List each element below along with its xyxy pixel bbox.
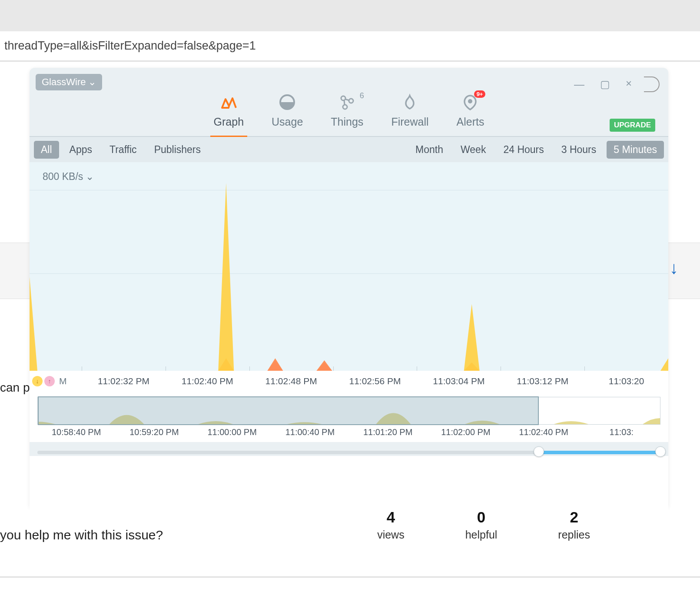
app-title-text: GlassWire [42, 76, 86, 88]
filter-publishers[interactable]: Publishers [147, 141, 208, 159]
glasswire-window: GlassWire ⌄ — ▢ × Graph Usage [30, 68, 668, 507]
filter-ranges: Month Week 24 Hours 3 Hours 5 Minutes [408, 141, 664, 159]
app-title-dropdown[interactable]: GlassWire ⌄ [36, 74, 102, 90]
filter-apps[interactable]: Apps [63, 141, 99, 159]
svg-point-6 [468, 99, 472, 103]
overview-time-ticks: 10:58:40 PM 10:59:20 PM 11:00:00 PM 11:0… [37, 427, 660, 437]
window-edge-decoration [644, 76, 660, 92]
url-text: threadType=all&isFilterExpanded=false&pa… [4, 39, 256, 53]
tab-alerts[interactable]: 9+ Alerts [457, 93, 484, 136]
mini-tick: 10:59:20 PM [115, 427, 193, 437]
range-week[interactable]: Week [454, 141, 493, 159]
maximize-button[interactable]: ▢ [600, 78, 610, 90]
stat-helpful-value: 0 [465, 509, 498, 526]
time-tick: 11:02:48 PM [249, 371, 333, 392]
tab-things-label: Things [331, 116, 363, 128]
mini-tick: 10:58:40 PM [37, 427, 115, 437]
page-divider [0, 576, 700, 578]
overview-chart[interactable] [37, 397, 660, 425]
svg-point-2 [349, 99, 353, 103]
tab-things[interactable]: 6 Things [331, 93, 363, 136]
slider-handle-end[interactable] [655, 446, 666, 457]
time-tick: 11:03:12 PM [501, 371, 584, 392]
stat-replies-label: replies [558, 529, 590, 541]
things-count-badge: 6 [360, 91, 364, 100]
post-body-fragment: you help me with this issue? [0, 528, 163, 542]
sort-arrow-down-icon[interactable]: ↓ [670, 258, 678, 278]
legend-upload-icon[interactable]: ↑ [44, 376, 55, 386]
range-24h[interactable]: 24 Hours [496, 141, 551, 159]
mini-tick: 11:03: [583, 427, 660, 437]
stat-helpful: 0 helpful [465, 509, 498, 541]
slider-handle-start[interactable] [534, 446, 544, 457]
time-tick: 11:02:40 PM [166, 371, 249, 392]
upgrade-button[interactable]: UPGRADE [610, 119, 655, 132]
filter-bar: All Apps Traffic Publishers Month Week 2… [30, 136, 668, 162]
time-tick: 11:02:56 PM [333, 371, 417, 392]
tab-firewall[interactable]: Firewall [391, 93, 428, 136]
filter-traffic[interactable]: Traffic [103, 141, 144, 159]
time-axis: ↓ ↑ M 11:02:32 PM 11:02:40 PM 11:02:48 P… [30, 371, 668, 392]
filter-all[interactable]: All [34, 141, 59, 159]
legend-mode[interactable]: M [59, 376, 67, 386]
firewall-icon [401, 93, 419, 111]
window-controls: — ▢ × [574, 74, 660, 92]
main-chart[interactable]: 800 KB/s ⌄ [30, 162, 668, 371]
svg-line-5 [344, 100, 345, 105]
stat-replies-value: 2 [558, 509, 590, 526]
range-month[interactable]: Month [408, 141, 450, 159]
browser-url-bar[interactable]: threadType=all&isFilterExpanded=false&pa… [0, 31, 700, 62]
time-ticks: 11:02:32 PM 11:02:40 PM 11:02:48 PM 11:0… [82, 371, 668, 392]
legend-download-icon[interactable]: ↓ [32, 376, 43, 386]
svg-point-3 [343, 105, 347, 109]
svg-point-1 [341, 96, 345, 100]
tab-graph-label: Graph [214, 116, 244, 128]
chart-canvas [30, 162, 668, 371]
things-icon: 6 [338, 93, 356, 111]
page-cropped-text: can p [0, 381, 30, 395]
overview-selection[interactable] [38, 396, 539, 425]
svg-line-4 [345, 99, 349, 100]
mini-tick: 11:02:00 PM [427, 427, 504, 437]
time-tick: 11:03:20 [584, 371, 668, 392]
overview-chart-area: 10:58:40 PM 10:59:20 PM 11:00:00 PM 11:0… [30, 392, 668, 442]
minimize-button[interactable]: — [574, 78, 584, 90]
slider-active-range [539, 451, 660, 454]
stat-views-value: 4 [377, 509, 405, 526]
alerts-badge: 9+ [474, 90, 486, 98]
time-tick: 11:02:32 PM [82, 371, 166, 392]
browser-toolbar-bg [0, 0, 700, 31]
stat-replies: 2 replies [558, 509, 590, 541]
mini-tick: 11:00:00 PM [193, 427, 271, 437]
range-5min[interactable]: 5 Minutes [607, 141, 664, 159]
mini-tick: 11:02:40 PM [505, 427, 583, 437]
time-slider[interactable] [37, 449, 660, 456]
stat-views: 4 views [377, 509, 405, 541]
mini-tick: 11:01:20 PM [349, 427, 427, 437]
close-button[interactable]: × [626, 77, 632, 90]
mini-tick: 11:00:40 PM [271, 427, 349, 437]
main-tabs: Graph Usage 6 Things Firewall [30, 90, 668, 136]
tab-usage[interactable]: Usage [272, 93, 303, 136]
chevron-down-icon: ⌄ [88, 76, 96, 88]
stat-helpful-label: helpful [465, 529, 498, 541]
tab-graph[interactable]: Graph [214, 93, 244, 136]
usage-icon [278, 93, 296, 111]
titlebar: GlassWire ⌄ — ▢ × [30, 68, 668, 90]
tab-firewall-label: Firewall [391, 116, 428, 128]
alerts-icon: 9+ [461, 93, 479, 111]
tab-usage-label: Usage [272, 116, 303, 128]
tick-marks [82, 366, 668, 371]
stat-views-label: views [377, 529, 405, 541]
filter-views: All Apps Traffic Publishers [34, 141, 208, 159]
tab-alerts-label: Alerts [457, 116, 484, 128]
graph-icon [219, 93, 238, 111]
range-3h[interactable]: 3 Hours [554, 141, 604, 159]
time-tick: 11:03:04 PM [417, 371, 501, 392]
